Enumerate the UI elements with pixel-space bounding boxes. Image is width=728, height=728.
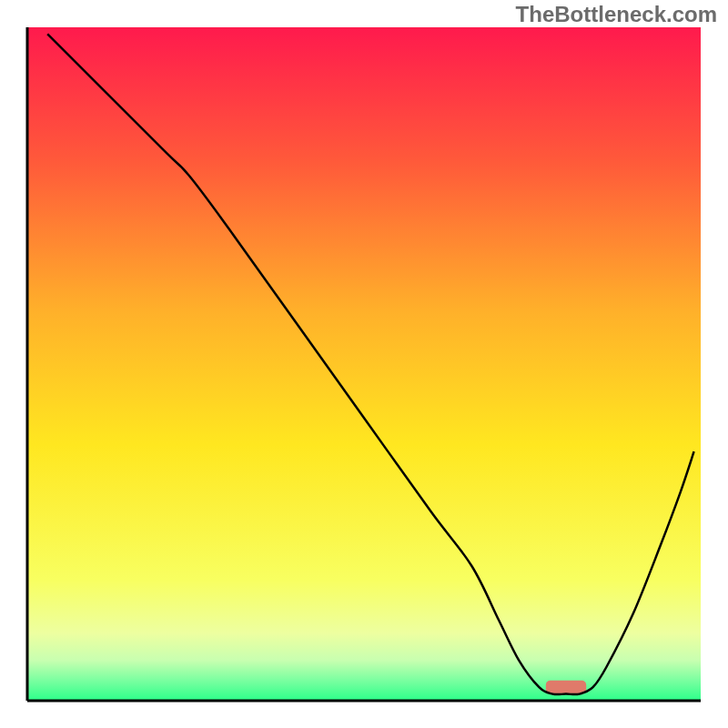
optimal-marker bbox=[546, 681, 586, 694]
gradient-background bbox=[27, 27, 701, 701]
chart-container: TheBottleneck.com bbox=[0, 0, 728, 728]
chart-svg bbox=[0, 0, 728, 728]
watermark-text: TheBottleneck.com bbox=[516, 2, 717, 27]
